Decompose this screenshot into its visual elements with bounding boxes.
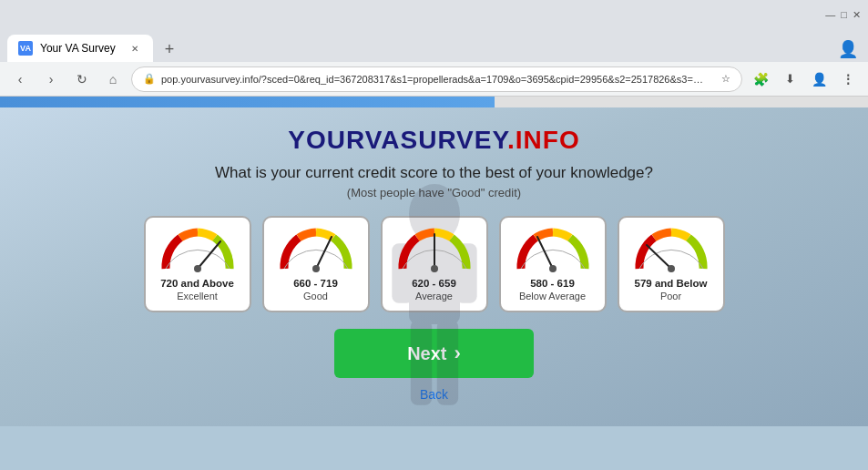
background-silhouette [343, 171, 526, 426]
credit-card-excellent[interactable]: 720 and Above Excellent [144, 216, 251, 312]
active-tab[interactable]: VA Your VA Survey ✕ [7, 35, 153, 62]
back-nav-button[interactable]: ‹ [7, 66, 33, 92]
svg-point-11 [431, 265, 438, 272]
card-range-excellent: 720 and Above [160, 276, 234, 291]
svg-point-7 [194, 265, 201, 272]
progress-bar-container [0, 97, 868, 107]
gauge-poor [630, 225, 712, 272]
card-label-excellent: Excellent [177, 291, 218, 301]
card-label-good: Good [303, 291, 328, 301]
title-bar: — □ ✕ [0, 0, 868, 29]
card-range-good: 660 - 719 [293, 276, 338, 291]
svg-rect-4 [410, 320, 431, 404]
card-range-below-average: 580 - 619 [530, 276, 575, 291]
nav-bar: ‹ › ↻ ⌂ 🔒 pop.yourvasurvey.info/?sced=0&… [0, 62, 868, 97]
home-nav-button[interactable]: ⌂ [100, 66, 126, 92]
site-logo: YOURVASURVEY.INFO [288, 126, 579, 155]
gauge-below-average [512, 225, 594, 272]
svg-point-9 [312, 265, 320, 272]
profile-icon[interactable]: 👤 [806, 66, 832, 92]
credit-card-poor[interactable]: 579 and Below Poor [618, 216, 725, 312]
svg-rect-5 [436, 320, 457, 404]
logo-va: VA [365, 126, 401, 154]
lock-icon: 🔒 [143, 73, 156, 85]
main-content: YOURVASURVEY.INFO What is your current c… [0, 107, 868, 426]
gauge-average [393, 225, 475, 272]
tab-close-button[interactable]: ✕ [128, 41, 142, 56]
new-tab-button[interactable]: + [157, 36, 182, 62]
logo-your: YOUR [288, 126, 364, 154]
tab-favicon: VA [18, 41, 33, 56]
download-icon[interactable]: ⬇ [777, 66, 802, 92]
svg-point-15 [668, 265, 675, 272]
refresh-nav-button[interactable]: ↻ [69, 66, 95, 92]
browser-chrome: — □ ✕ VA Your VA Survey ✕ + 👤 ‹ › ↻ ⌂ 🔒 … [0, 0, 868, 97]
forward-nav-button[interactable]: › [38, 66, 64, 92]
menu-icon[interactable]: ⋮ [835, 66, 861, 92]
address-text: pop.yourvasurvey.info/?sced=0&req_id=367… [161, 74, 708, 85]
card-label-below-average: Below Average [519, 291, 586, 301]
tab-title: Your VA Survey [40, 42, 116, 55]
logo-info: .INFO [507, 126, 580, 154]
svg-point-13 [549, 265, 557, 272]
nav-icons: 🧩 ⬇ 👤 ⋮ [748, 66, 861, 92]
progress-bar-fill [0, 97, 495, 107]
address-bar[interactable]: 🔒 pop.yourvasurvey.info/?sced=0&req_id=3… [131, 66, 742, 92]
tab-bar: VA Your VA Survey ✕ + 👤 [0, 29, 868, 62]
bookmark-icon[interactable]: ☆ [721, 73, 730, 85]
user-profile-icon[interactable]: 👤 [835, 36, 861, 62]
logo-survey: SURVEY [401, 126, 508, 154]
card-range-poor: 579 and Below [635, 276, 708, 291]
card-label-poor: Poor [660, 291, 681, 301]
gauge-good [275, 225, 357, 272]
extensions-icon[interactable]: 🧩 [748, 66, 773, 92]
gauge-excellent [157, 225, 239, 272]
